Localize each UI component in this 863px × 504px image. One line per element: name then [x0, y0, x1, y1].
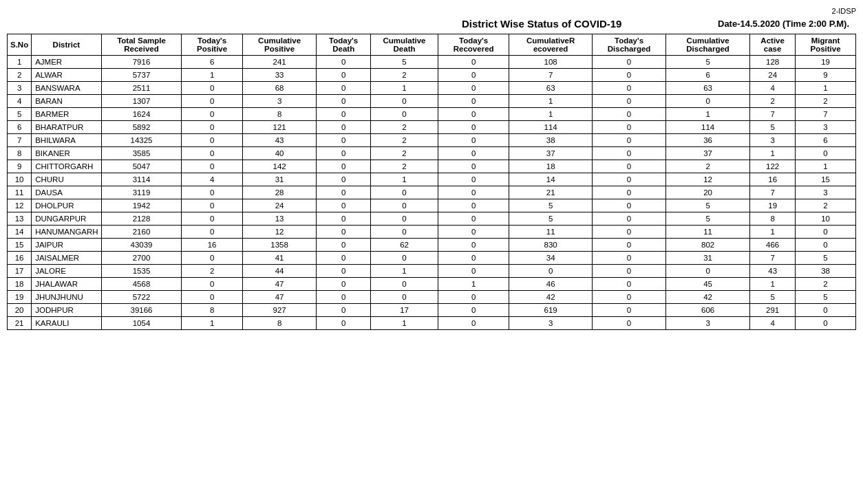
- data-cell: 31: [665, 252, 749, 265]
- data-cell: 0: [438, 199, 509, 212]
- data-cell: 5: [370, 56, 438, 69]
- district-cell: KARAULI: [32, 317, 101, 330]
- data-cell: 0: [317, 239, 370, 252]
- data-cell: 1: [438, 278, 509, 291]
- data-cell: 0: [438, 291, 509, 304]
- data-cell: 3: [242, 95, 317, 108]
- data-cell: 47: [242, 278, 317, 291]
- data-cell: 2: [750, 95, 796, 108]
- data-cell: 5892: [101, 121, 182, 134]
- header-cumulative-discharged: Cumulative Discharged: [665, 34, 749, 56]
- data-cell: 0: [593, 121, 666, 134]
- table-row: 7BHILWARA143250430203803636: [8, 134, 856, 147]
- data-cell: 2511: [101, 82, 182, 95]
- data-cell: 68: [242, 82, 317, 95]
- data-cell: 12: [665, 173, 749, 186]
- data-cell: 0: [370, 95, 438, 108]
- data-cell: 3119: [101, 186, 182, 199]
- table-row: 13DUNGARPUR2128013000505810: [8, 212, 856, 226]
- data-cell: 802: [665, 239, 749, 252]
- data-cell: 0: [317, 304, 370, 317]
- data-cell: 1942: [101, 199, 182, 212]
- data-cell: 0: [370, 186, 438, 199]
- data-cell: 2: [8, 69, 32, 82]
- data-cell: 28: [242, 186, 317, 199]
- data-cell: 42: [665, 291, 749, 304]
- table-row: 17JALORE15352440100004338: [8, 265, 856, 278]
- data-cell: 0: [317, 278, 370, 291]
- data-cell: 18: [509, 160, 593, 173]
- data-cell: 0: [593, 56, 666, 69]
- data-cell: 14325: [101, 134, 182, 147]
- header-total-sample: Total Sample Received: [101, 34, 182, 56]
- table-row: 8BIKANER35850400203703710: [8, 147, 856, 160]
- data-cell: 0: [317, 317, 370, 330]
- data-cell: 0: [593, 226, 666, 239]
- data-cell: 0: [438, 69, 509, 82]
- data-cell: 5047: [101, 160, 182, 173]
- data-cell: 0: [593, 304, 666, 317]
- data-cell: 5: [509, 212, 593, 226]
- data-cell: 5: [796, 252, 856, 265]
- header-cumulative-positive: Cumulative Positive: [242, 34, 317, 56]
- data-cell: 0: [182, 160, 242, 173]
- data-cell: 47: [242, 291, 317, 304]
- data-cell: 8: [242, 108, 317, 121]
- data-cell: 21: [509, 186, 593, 199]
- data-cell: 0: [438, 82, 509, 95]
- data-cell: 0: [438, 173, 509, 186]
- data-cell: 0: [593, 95, 666, 108]
- data-cell: 619: [509, 304, 593, 317]
- district-cell: JODHPUR: [32, 304, 101, 317]
- table-row: 11DAUSA31190280002102073: [8, 186, 856, 199]
- main-title: District Wise Status of COVID-19: [366, 18, 718, 30]
- table-row: 10CHURU3114431010140121615: [8, 173, 856, 186]
- header-today-recovered: Today's Recovered: [438, 34, 509, 56]
- data-cell: 0: [438, 121, 509, 134]
- data-cell: 2: [182, 265, 242, 278]
- data-cell: 0: [370, 226, 438, 239]
- data-cell: 0: [182, 147, 242, 160]
- data-cell: 1054: [101, 317, 182, 330]
- data-cell: 0: [593, 278, 666, 291]
- data-cell: 0: [317, 69, 370, 82]
- data-cell: 45: [665, 278, 749, 291]
- table-row: 1AJMER791662410501080512819: [8, 56, 856, 69]
- district-cell: JAISALMER: [32, 252, 101, 265]
- data-cell: 0: [665, 95, 749, 108]
- data-cell: 0: [438, 147, 509, 160]
- data-cell: 0: [593, 69, 666, 82]
- table-row: 14HANUMANGARH21600120001101110: [8, 226, 856, 239]
- data-cell: 2160: [101, 226, 182, 239]
- data-cell: 15: [8, 239, 32, 252]
- data-cell: 5: [796, 291, 856, 304]
- header-today-positive: Today's Positive: [182, 34, 242, 56]
- data-cell: 128: [750, 56, 796, 69]
- data-cell: 0: [182, 134, 242, 147]
- data-cell: 46: [509, 278, 593, 291]
- data-cell: 1: [509, 95, 593, 108]
- data-cell: 4: [8, 95, 32, 108]
- data-cell: 1535: [101, 265, 182, 278]
- data-cell: 4: [750, 82, 796, 95]
- data-cell: 114: [509, 121, 593, 134]
- data-cell: 44: [242, 265, 317, 278]
- data-cell: 10: [796, 212, 856, 226]
- data-cell: 0: [438, 226, 509, 239]
- data-cell: 0: [593, 291, 666, 304]
- data-cell: 20: [665, 186, 749, 199]
- data-cell: 0: [370, 199, 438, 212]
- district-cell: JALORE: [32, 265, 101, 278]
- district-cell: DHOLPUR: [32, 199, 101, 212]
- data-cell: 0: [438, 304, 509, 317]
- data-cell: 1: [665, 108, 749, 121]
- data-cell: 63: [509, 82, 593, 95]
- header-active-case: Active case: [750, 34, 796, 56]
- district-cell: HANUMANGARH: [32, 226, 101, 239]
- data-cell: 40: [242, 147, 317, 160]
- data-cell: 3: [509, 317, 593, 330]
- data-cell: 5: [8, 108, 32, 121]
- data-cell: 43: [242, 134, 317, 147]
- data-cell: 606: [665, 304, 749, 317]
- data-cell: 0: [593, 160, 666, 173]
